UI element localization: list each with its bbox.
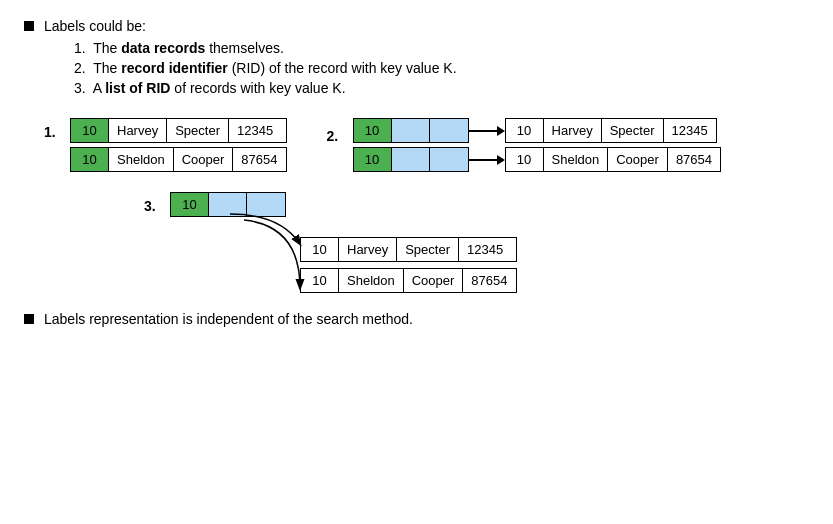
cell-key: 10 — [354, 119, 392, 142]
diagram3-key-row: 10 — [170, 192, 517, 217]
diagrams-row-top: 1. 10 Harvey Specter 12345 10 Sheldon Co… — [44, 118, 809, 172]
cell-key: 10 — [71, 119, 109, 142]
cell-id: 87654 — [668, 148, 720, 171]
diagram3-label: 3. — [144, 198, 162, 214]
cell-first: Harvey — [544, 119, 602, 142]
bottom-bullet-item: Labels representation is independent of … — [24, 311, 809, 327]
diagram3-right-records: 10 Harvey Specter 12345 10 Sheldon Coope… — [300, 237, 517, 293]
diag2-right-record-2: 10 Sheldon Cooper 87654 — [505, 147, 722, 172]
cell-first: Harvey — [109, 119, 167, 142]
arrow-1 — [469, 126, 505, 136]
top-bullet-label: Labels could be: — [44, 18, 146, 34]
cell-key: 10 — [506, 119, 544, 142]
diagram3-key-record: 10 — [170, 192, 286, 217]
diagram2: 2. 10 10 — [327, 118, 722, 172]
cell-last: Cooper — [174, 148, 234, 171]
cell-key: 10 — [171, 193, 209, 216]
cell-id: 12345 — [459, 238, 511, 261]
numbered-list: 1. The data records themselves. 2. The r… — [74, 40, 809, 96]
table-row: 10 Harvey Specter 12345 — [300, 237, 517, 262]
diagram2-content: 10 10 Harvey Specter 12345 — [353, 118, 722, 172]
cell-key: 10 — [506, 148, 544, 171]
arrow-2 — [469, 155, 505, 165]
arrow-head — [497, 126, 505, 136]
cell-first: Sheldon — [109, 148, 174, 171]
cell-ptr2 — [430, 119, 468, 142]
table-row: 10 Harvey Specter 12345 — [70, 118, 287, 143]
top-bullet-text: Labels could be: 1. The data records the… — [44, 18, 809, 100]
arrow-head — [497, 155, 505, 165]
top-bullet-item: Labels could be: 1. The data records the… — [24, 18, 809, 100]
bottom-bullet-section: Labels representation is independent of … — [24, 311, 809, 327]
diagram1: 1. 10 Harvey Specter 12345 10 Sheldon Co… — [44, 118, 287, 172]
bullet-icon — [24, 314, 34, 324]
cell-ptr1 — [392, 119, 430, 142]
arrow-path-2 — [244, 220, 300, 288]
diagram1-records: 10 Harvey Specter 12345 10 Sheldon Coope… — [70, 118, 287, 172]
cell-last: Specter — [602, 119, 664, 142]
diag2-left-record: 10 — [353, 118, 469, 143]
horiz-line — [469, 130, 497, 132]
cell-key: 10 — [71, 148, 109, 171]
horiz-line — [469, 159, 497, 161]
table-row: 10 Sheldon Cooper 87654 — [300, 268, 517, 293]
arrow-path-1 — [230, 214, 300, 244]
cell-last: Cooper — [404, 269, 464, 292]
table-row: 10 Sheldon Cooper 87654 — [70, 147, 287, 172]
cell-first: Sheldon — [544, 148, 609, 171]
cell-id: 12345 — [664, 119, 716, 142]
cell-last: Cooper — [608, 148, 668, 171]
bullet-icon — [24, 21, 34, 31]
diagram1-label: 1. — [44, 124, 62, 140]
diag2-left-record-2: 10 — [353, 147, 469, 172]
diagram2-label: 2. — [327, 128, 345, 144]
bottom-bullet-text: Labels representation is independent of … — [44, 311, 809, 327]
numbered-item-3: 3. A list of RID of records with key val… — [74, 80, 809, 96]
cell-ptr1 — [392, 148, 430, 171]
cell-id: 87654 — [463, 269, 515, 292]
diagram2-row1: 10 10 Harvey Specter 12345 — [353, 118, 722, 143]
bold-list-rid: list of RID — [105, 80, 170, 96]
cell-last: Specter — [397, 238, 459, 261]
cell-id: 12345 — [229, 119, 281, 142]
cell-ptr2 — [430, 148, 468, 171]
bold-record-identifier: record identifier — [121, 60, 228, 76]
numbered-item-1: 1. The data records themselves. — [74, 40, 809, 56]
diagram2-row2: 10 10 Sheldon Cooper 87654 — [353, 147, 722, 172]
cell-key: 10 — [301, 269, 339, 292]
cell-first: Sheldon — [339, 269, 404, 292]
cell-key: 10 — [354, 148, 392, 171]
slot2 — [247, 193, 285, 216]
bold-data-records: data records — [121, 40, 205, 56]
diagram3-container: 10 10 H — [170, 192, 517, 293]
top-bullet-section: Labels could be: 1. The data records the… — [24, 18, 809, 100]
cell-last: Specter — [167, 119, 229, 142]
diagram-area: 1. 10 Harvey Specter 12345 10 Sheldon Co… — [44, 118, 809, 293]
cell-key: 10 — [301, 238, 339, 261]
cell-id: 87654 — [233, 148, 285, 171]
numbered-item-2: 2. The record identifier (RID) of the re… — [74, 60, 809, 76]
cell-first: Harvey — [339, 238, 397, 261]
diag2-right-record: 10 Harvey Specter 12345 — [505, 118, 717, 143]
diagram3: 3. 10 — [144, 192, 809, 293]
slot1 — [209, 193, 247, 216]
